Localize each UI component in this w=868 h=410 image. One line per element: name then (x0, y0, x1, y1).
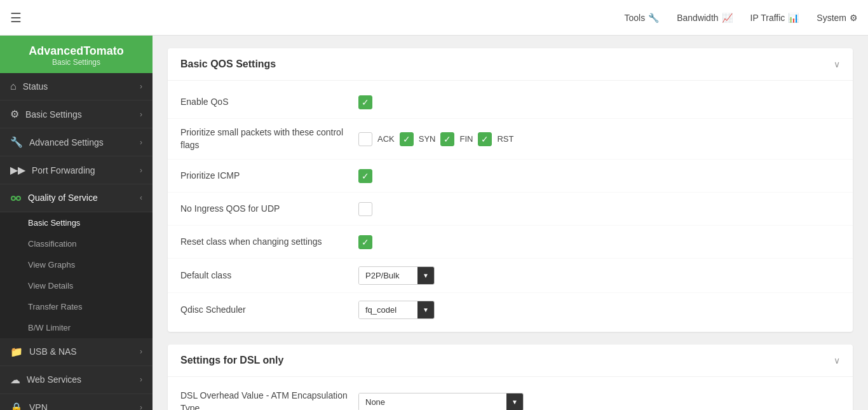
subitem-label: B/W Limiter (28, 323, 71, 332)
sidebar-item-label: USB & NAS (29, 346, 77, 357)
fin-label: FIN (459, 134, 473, 144)
chevron-right-icon: › (140, 82, 142, 91)
sidebar-subitem-bw-limiter[interactable]: B/W Limiter (0, 317, 153, 338)
prioritize-small-row: Prioritize small packets with these cont… (168, 119, 853, 160)
dsl-overhead-dropdown-button[interactable]: ▼ (506, 393, 523, 410)
vpn-icon: 🔒 (10, 402, 23, 410)
sidebar-subitem-view-graphs[interactable]: View Graphs (0, 254, 153, 275)
subitem-label: Transfer Rates (28, 302, 83, 311)
checkmark-icon: ✓ (362, 171, 369, 181)
syn-checkbox[interactable]: ✓ (400, 132, 414, 146)
default-class-dropdown-button[interactable]: ▼ (417, 267, 434, 284)
basic-qos-settings-header[interactable]: Basic QOS Settings ∨ (168, 48, 853, 81)
sidebar-item-label: Basic Settings (25, 109, 82, 120)
status-icon: ⌂ (10, 81, 17, 92)
chevron-right-icon: › (140, 166, 142, 175)
checkmark-icon: ✓ (403, 134, 410, 144)
enable-qos-checkbox[interactable]: ✓ (358, 95, 372, 109)
qdisc-scheduler-row: Qdisc Scheduler fq_codel ▼ (168, 293, 853, 327)
sidebar-item-web-services[interactable]: ☁ Web Services › (0, 366, 153, 394)
tools-icon: 🔧 (648, 13, 659, 23)
qdisc-scheduler-value: fq_codel (359, 301, 417, 318)
sidebar-item-basic-settings[interactable]: ⚙ Basic Settings › (0, 100, 153, 128)
dsl-overhead-value: None (359, 393, 506, 410)
web-services-icon: ☁ (10, 374, 20, 386)
card2-title: Settings for DSL only (180, 355, 283, 366)
fin-checkbox[interactable]: ✓ (440, 132, 454, 146)
no-ingress-qos-label: No Ingress QOS for UDP (180, 203, 358, 215)
chevron-right-icon: › (140, 375, 142, 384)
dsl-settings-header[interactable]: Settings for DSL only ∨ (168, 345, 853, 377)
sidebar-item-label: Advanced Settings (29, 137, 104, 147)
reset-class-checkbox[interactable]: ✓ (358, 235, 372, 249)
default-class-label: Default class (180, 270, 358, 282)
default-class-select[interactable]: P2P/Bulk ▼ (358, 266, 435, 285)
svg-point-1 (17, 196, 20, 200)
qos-submenu: Basic Settings Classification View Graph… (0, 212, 153, 338)
no-ingress-qos-row: No Ingress QOS for UDP (168, 193, 853, 226)
card2-body: DSL Overhead Value - ATM Encapsulation T… (168, 377, 853, 410)
advanced-settings-icon: 🔧 (10, 136, 23, 148)
ip-traffic-label: IP Traffic (750, 13, 785, 23)
prioritize-icmp-checkbox[interactable]: ✓ (358, 169, 372, 183)
sidebar-item-qos[interactable]: Quality of Service ‹ (0, 184, 153, 212)
ip-traffic-icon: 📊 (788, 13, 799, 23)
sidebar-item-usb-nas[interactable]: 📁 USB & NAS › (0, 338, 153, 366)
ack-checkbox[interactable] (358, 132, 372, 146)
sidebar-item-label: Port Forwarding (32, 165, 95, 175)
top-navigation: ☰ Tools 🔧 Bandwidth 📈 IP Traffic 📊 Syste… (0, 0, 868, 36)
ack-label: ACK (377, 134, 395, 144)
checkmark-icon: ✓ (444, 134, 451, 144)
sidebar-item-advanced-settings[interactable]: 🔧 Advanced Settings › (0, 128, 153, 156)
tools-label: Tools (625, 13, 646, 23)
qdisc-scheduler-control: fq_codel ▼ (358, 301, 435, 319)
chevron-down-icon: ‹ (140, 193, 142, 202)
main-content: Basic QOS Settings ∨ Enable QoS ✓ Priori… (153, 36, 868, 410)
prioritize-icmp-label: Prioritize ICMP (180, 170, 358, 182)
bandwidth-icon: 📈 (722, 13, 733, 23)
sidebar-subitem-basic-settings[interactable]: Basic Settings (0, 212, 153, 233)
sidebar-subitem-classification[interactable]: Classification (0, 233, 153, 254)
sidebar-item-label: Quality of Service (28, 193, 98, 203)
dsl-overhead-select[interactable]: None ▼ (358, 393, 524, 410)
sidebar-item-label: Web Services (27, 374, 81, 385)
sidebar-subitem-view-details[interactable]: View Details (0, 275, 153, 296)
subitem-label: Classification (28, 239, 77, 249)
system-menu[interactable]: System ⚙ (817, 13, 858, 23)
usb-nas-icon: 📁 (10, 346, 23, 358)
dsl-overhead-row: DSL Overhead Value - ATM Encapsulation T… (168, 382, 853, 410)
rst-label: RST (497, 134, 513, 144)
sidebar-item-label: VPN (29, 402, 48, 410)
qdisc-scheduler-select[interactable]: fq_codel ▼ (358, 301, 435, 319)
main-layout: AdvancedTomato Basic Settings ⌂ Status ›… (0, 36, 868, 410)
checkmark-icon: ✓ (362, 237, 369, 247)
subitem-label: View Details (28, 281, 73, 290)
syn-label: SYN (419, 134, 436, 144)
sidebar-subitem-transfer-rates[interactable]: Transfer Rates (0, 296, 153, 317)
chevron-right-icon: › (140, 138, 142, 147)
sidebar-brand: AdvancedTomato Basic Settings (0, 36, 153, 73)
sidebar-item-port-forwarding[interactable]: ▶▶ Port Forwarding › (0, 156, 153, 184)
qdisc-scheduler-dropdown-button[interactable]: ▼ (417, 301, 434, 318)
chevron-right-icon: › (140, 110, 142, 119)
bandwidth-menu[interactable]: Bandwidth 📈 (677, 13, 732, 23)
prioritize-icmp-row: Prioritize ICMP ✓ (168, 160, 853, 193)
tools-menu[interactable]: Tools 🔧 (625, 13, 660, 23)
qos-icon (10, 192, 22, 204)
sidebar-item-vpn[interactable]: 🔒 VPN › (0, 394, 153, 410)
card1-body: Enable QoS ✓ Prioritize small packets wi… (168, 81, 853, 332)
hamburger-icon[interactable]: ☰ (10, 11, 22, 25)
topnav-right: Tools 🔧 Bandwidth 📈 IP Traffic 📊 System … (625, 13, 858, 23)
ip-traffic-menu[interactable]: IP Traffic 📊 (750, 13, 799, 23)
no-ingress-qos-checkbox[interactable] (358, 202, 372, 216)
checkmark-icon: ✓ (362, 97, 369, 107)
sidebar: AdvancedTomato Basic Settings ⌂ Status ›… (0, 36, 153, 410)
basic-settings-icon: ⚙ (10, 108, 19, 120)
card1-title: Basic QOS Settings (180, 58, 276, 70)
brand-title: AdvancedTomato (10, 44, 142, 58)
card2-collapse-icon: ∨ (834, 355, 840, 366)
port-forwarding-icon: ▶▶ (10, 164, 25, 176)
sidebar-item-status[interactable]: ⌂ Status › (0, 73, 153, 100)
rst-checkbox[interactable]: ✓ (478, 132, 492, 146)
prioritize-small-label: Prioritize small packets with these cont… (180, 126, 358, 151)
